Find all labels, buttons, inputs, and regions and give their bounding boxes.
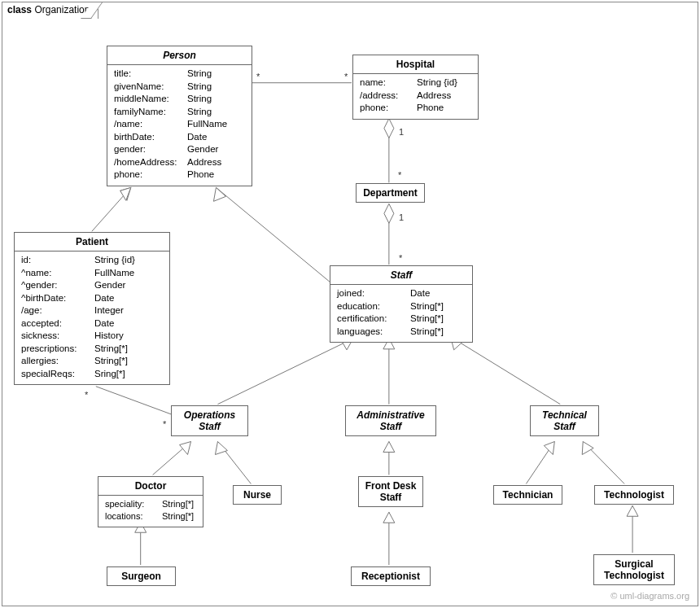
frame-label-prefix: class — [7, 4, 32, 15]
class-title: Patient — [15, 233, 169, 252]
mult-label: * — [256, 72, 260, 81]
class-surgical-technologist: Surgical Technologist — [593, 554, 675, 585]
mult-label: 1 — [399, 213, 404, 222]
diagram-frame: class Organization — [2, 2, 698, 606]
svg-line-15 — [451, 337, 561, 405]
svg-line-23 — [526, 442, 554, 484]
class-technician: Technician — [493, 485, 562, 505]
class-administrative-staff: Administrative Staff — [345, 405, 436, 436]
svg-marker-4 — [384, 203, 394, 223]
class-receptionist: Receptionist — [351, 566, 431, 586]
class-operations-staff: Operations Staff — [171, 405, 248, 436]
svg-marker-22 — [383, 442, 395, 453]
class-title: Hospital — [353, 55, 478, 74]
svg-line-8 — [216, 187, 335, 287]
class-person: Person title:String givenName:String mid… — [107, 46, 252, 186]
svg-marker-20 — [215, 442, 227, 455]
class-front-desk-staff: Front Desk Staff — [358, 476, 423, 507]
svg-marker-2 — [384, 119, 394, 138]
class-patient: Patient id:String {id} ^name:FullName ^g… — [14, 232, 170, 385]
class-body: speciality:String[*] locations:String[*] — [98, 496, 203, 527]
class-title: Person — [107, 46, 252, 65]
svg-marker-6 — [119, 186, 131, 200]
class-doctor: Doctor speciality:String[*] locations:St… — [98, 476, 203, 527]
class-body: name:String {id} /address:Address phone:… — [353, 74, 478, 119]
class-technical-staff: Technical Staff — [530, 405, 599, 436]
mult-label: * — [85, 391, 88, 400]
class-title: Technologist — [595, 486, 673, 504]
class-department: Department — [356, 183, 425, 203]
class-title: Technician — [494, 486, 562, 504]
frame-label: class Organization — [2, 2, 98, 19]
class-body: id:String {id} ^name:FullName ^gender:Ge… — [15, 252, 169, 384]
class-title: Administrative Staff — [346, 406, 435, 435]
class-technologist: Technologist — [594, 485, 674, 505]
mult-label: * — [344, 72, 348, 81]
svg-marker-7 — [120, 187, 131, 200]
watermark: © uml-diagrams.org — [610, 591, 689, 601]
class-title: Doctor — [98, 477, 203, 496]
class-body: title:String givenName:String middleName… — [107, 65, 252, 186]
svg-line-17 — [153, 442, 191, 475]
svg-line-11 — [217, 339, 353, 405]
svg-line-19 — [217, 442, 251, 484]
svg-marker-24 — [544, 442, 554, 455]
class-surgeon: Surgeon — [107, 566, 176, 586]
svg-line-25 — [583, 442, 624, 484]
class-nurse: Nurse — [233, 485, 282, 505]
mult-label: 1 — [399, 128, 404, 137]
class-title: Nurse — [234, 486, 281, 504]
class-title: Department — [357, 184, 424, 202]
svg-marker-26 — [582, 442, 593, 455]
class-staff: Staff joined:Date education:String[*] ce… — [330, 265, 473, 343]
class-title: Staff — [330, 266, 472, 285]
svg-line-5 — [92, 187, 131, 231]
class-hospital: Hospital name:String {id} /address:Addre… — [352, 55, 479, 120]
svg-marker-30 — [383, 512, 395, 523]
svg-marker-18 — [180, 442, 191, 455]
class-body: joined:Date education:String[*] certific… — [330, 285, 472, 342]
class-title: Surgical Technologist — [594, 555, 674, 584]
class-title: Operations Staff — [172, 406, 247, 435]
class-title: Front Desk Staff — [359, 477, 422, 506]
class-title: Surgeon — [107, 567, 175, 585]
mult-label: * — [163, 420, 166, 429]
class-title: Receptionist — [352, 567, 430, 585]
svg-marker-9 — [213, 187, 225, 201]
mult-label: * — [398, 171, 401, 180]
class-title: Technical Staff — [531, 406, 598, 435]
mult-label: * — [399, 254, 402, 263]
svg-line-10 — [96, 387, 177, 417]
frame-label-name: Organization — [34, 4, 90, 15]
svg-marker-32 — [627, 505, 638, 516]
